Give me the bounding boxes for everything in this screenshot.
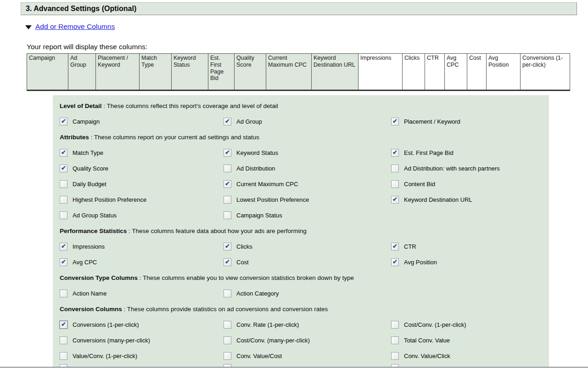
preview-column-conversions-1-per-click: Conversions (1-per-click) xyxy=(521,54,570,91)
checkbox-row: Avg CPCCostAvg Position xyxy=(60,254,549,270)
checkbox-label[interactable]: Cost/Conv. (many-per-click) xyxy=(236,337,310,344)
checkbox-label[interactable]: Current Maximum CPC xyxy=(236,181,298,188)
checkbox-campaign[interactable] xyxy=(60,118,67,125)
section-name: Performance Statistics xyxy=(60,228,127,234)
checkbox-item-daily-budget: Daily Budget xyxy=(60,176,224,192)
checkbox-label[interactable]: Content Bid xyxy=(404,181,435,188)
checkbox-content-bid[interactable] xyxy=(391,180,399,188)
checkbox-ad-group-status[interactable] xyxy=(60,211,67,219)
add-remove-columns-link[interactable]: Add or Remove Columns xyxy=(35,23,115,31)
checkbox-label[interactable]: Highest Position Preference xyxy=(73,196,146,203)
checkbox-label[interactable]: Campaign Status xyxy=(236,212,282,219)
checkbox-lowest-position-preference[interactable] xyxy=(224,196,231,204)
checkbox-label[interactable]: CTR xyxy=(404,243,416,250)
checkbox-label[interactable]: Action Name xyxy=(73,290,106,297)
add-remove-columns-toggle[interactable]: Add or Remove Columns xyxy=(25,22,115,32)
checkbox-highest-position-preference[interactable] xyxy=(60,196,67,204)
checkbox-label[interactable]: Conv. Value/Cost xyxy=(236,353,282,359)
checkbox-label[interactable]: Conversions (1-per-click) xyxy=(73,321,139,328)
checkbox-label[interactable]: Avg CPC xyxy=(73,259,97,266)
checkbox-item-cost: Cost xyxy=(224,254,391,270)
checkbox-match-type[interactable] xyxy=(60,149,67,157)
checkbox-avg-position[interactable] xyxy=(391,258,399,266)
checkbox-total-conv-value[interactable] xyxy=(391,336,399,344)
checkbox-item-campaign: Campaign xyxy=(60,114,224,129)
bottom-divider xyxy=(0,367,588,368)
checkbox-placement-keyword[interactable] xyxy=(391,118,399,125)
checkbox-conv-value-cost[interactable] xyxy=(224,352,231,360)
preview-header-row: CampaignAd GroupPlacement / KeywordMatch… xyxy=(27,54,570,91)
checkbox-campaign-status[interactable] xyxy=(224,211,231,219)
checkbox-avg-cpc[interactable] xyxy=(60,258,67,266)
checkbox-label[interactable]: Impressions xyxy=(73,243,105,250)
checkbox-label[interactable]: Conversions (many-per-click) xyxy=(73,337,150,344)
checkbox-item-ad-group-status: Ad Group Status xyxy=(60,207,224,223)
checkbox-label[interactable]: Conv. Value/Click xyxy=(404,353,450,359)
checkbox-action-name[interactable] xyxy=(60,290,67,297)
checkbox-label[interactable]: Cost/Conv. (1-per-click) xyxy=(404,321,466,328)
checkbox-label[interactable]: Match Type xyxy=(73,149,103,156)
checkbox-item-placement-keyword: Placement / Keyword xyxy=(391,114,549,129)
checkbox-quality-score[interactable] xyxy=(60,165,67,172)
checkbox-item-avg-position: Avg Position xyxy=(391,254,549,270)
checkbox-est-first-page-bid[interactable] xyxy=(391,149,399,157)
checkbox-label[interactable]: Action Category xyxy=(236,290,279,297)
checkbox-label[interactable]: Ad Distribution xyxy=(236,165,275,172)
checkbox-label[interactable]: Total Conv. Value xyxy=(404,337,450,344)
checkbox-daily-budget[interactable] xyxy=(60,180,67,188)
checkbox-value-conv-1-per-click[interactable] xyxy=(60,352,67,360)
report-columns-caption: Your report will display these columns: xyxy=(27,43,147,51)
page-title: 3. Advanced Settings (Optional) xyxy=(26,5,136,13)
checkbox-item-conversions-many-per-click: Conversions (many-per-click) xyxy=(60,332,224,348)
checkbox-ad-distribution[interactable] xyxy=(224,165,231,172)
checkbox-keyword-destination-url[interactable] xyxy=(391,196,399,204)
checkbox-conversions-many-per-click[interactable] xyxy=(60,336,67,344)
checkbox-item-campaign-status: Campaign Status xyxy=(224,207,391,223)
checkbox-label[interactable]: Avg Position xyxy=(404,259,437,266)
checkbox-row: Conversions (many-per-click)Cost/Conv. (… xyxy=(60,332,549,348)
section-heading-conversion-columns: Conversion Columns : These columns provi… xyxy=(60,301,549,317)
checkbox-keyword-status[interactable] xyxy=(224,149,231,157)
checkbox-conversions-1-per-click[interactable] xyxy=(60,321,67,329)
checkbox-clicks[interactable] xyxy=(224,243,231,250)
section-description: : These columns feature data about how y… xyxy=(127,228,306,234)
checkbox-action-category[interactable] xyxy=(224,290,231,297)
checkbox-ad-distribution-with-search-partners[interactable] xyxy=(391,165,399,172)
checkbox-impressions[interactable] xyxy=(60,243,67,250)
checkbox-cost-conv-1-per-click[interactable] xyxy=(391,321,399,329)
checkbox-label[interactable]: Conv. Rate (1-per-click) xyxy=(236,321,299,328)
checkbox-cost-conv-many-per-click[interactable] xyxy=(224,336,231,344)
preview-column-ctr: CTR xyxy=(425,54,445,91)
checkbox-item-cost-conv-1-per-click: Cost/Conv. (1-per-click) xyxy=(391,317,549,332)
checkbox-label[interactable]: Campaign xyxy=(73,118,100,125)
preview-column-est-first-page-bid: Est. First Page Bid xyxy=(208,54,235,91)
checkbox-ctr[interactable] xyxy=(391,243,399,250)
checkbox-item-keyword-status: Keyword Status xyxy=(224,145,391,160)
checkbox-label[interactable]: Keyword Status xyxy=(236,149,278,156)
section-heading-attributes: Attributes : These columns report on you… xyxy=(60,129,549,145)
checkbox-label[interactable]: Cost xyxy=(236,259,249,266)
checkbox-label[interactable]: Value/Conv. (1-per-click) xyxy=(73,353,137,359)
checkbox-label[interactable]: Placement / Keyword xyxy=(404,118,460,125)
checkbox-label[interactable]: Keyword Destination URL xyxy=(404,196,472,203)
checkbox-current-maximum-cpc[interactable] xyxy=(224,180,231,188)
preview-column-placement-keyword: Placement / Keyword xyxy=(96,54,140,91)
checkbox-ad-group[interactable] xyxy=(224,118,231,125)
checkbox-label[interactable]: Clicks xyxy=(236,243,252,250)
checkbox-label[interactable]: Est. First Page Bid xyxy=(404,149,454,156)
checkbox-label[interactable]: Quality Score xyxy=(73,165,108,172)
checkbox-label[interactable]: Daily Budget xyxy=(73,181,106,188)
section-name: Attributes xyxy=(60,134,89,141)
checkbox-label[interactable]: Ad Distribution: with search partners xyxy=(404,165,500,172)
checkbox-item-partial xyxy=(224,360,391,367)
checkbox-conv-value-click[interactable] xyxy=(391,352,399,360)
checkbox-label[interactable]: Lowest Position Preference xyxy=(236,196,309,203)
checkbox-row: Action NameAction Category xyxy=(60,285,549,301)
checkbox-label[interactable]: Ad Group xyxy=(236,118,262,125)
checkbox-item-match-type: Match Type xyxy=(60,145,224,160)
checkbox-label[interactable]: Ad Group Status xyxy=(73,212,117,219)
section-description: : These columns enable you to view conve… xyxy=(138,274,354,281)
checkbox-cost[interactable] xyxy=(224,258,231,266)
checkbox-conv-rate-1-per-click[interactable] xyxy=(224,321,231,329)
checkbox-item-clicks: Clicks xyxy=(224,239,391,254)
